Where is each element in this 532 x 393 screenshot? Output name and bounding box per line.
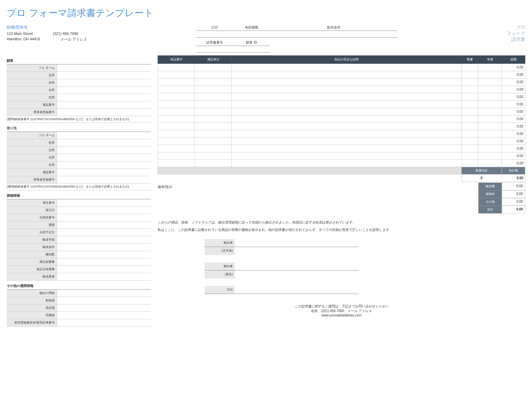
item-cell[interactable] <box>195 130 232 138</box>
item-cell[interactable] <box>232 101 462 108</box>
expiry-input[interactable] <box>233 32 270 38</box>
freight-input-9[interactable] <box>57 266 151 273</box>
custid-input[interactable] <box>233 47 270 53</box>
item-cell[interactable] <box>478 145 502 152</box>
other-input-3[interactable] <box>57 312 151 319</box>
item-cell[interactable] <box>195 64 232 71</box>
item-cell[interactable] <box>478 79 502 86</box>
customer-input-2[interactable] <box>57 79 151 86</box>
item-cell[interactable] <box>462 115 478 123</box>
item-cell[interactable] <box>462 101 478 108</box>
item-cell[interactable] <box>232 145 462 152</box>
item-cell[interactable] <box>232 79 462 86</box>
item-cell[interactable] <box>195 93 232 101</box>
freight-input-6[interactable] <box>57 244 151 251</box>
item-cell[interactable] <box>462 71 478 79</box>
item-cell[interactable] <box>232 86 462 93</box>
item-cell[interactable] <box>462 152 478 160</box>
sum-ship-val[interactable]: 0.00 <box>502 183 525 190</box>
item-cell[interactable] <box>462 130 478 138</box>
sig-date-input[interactable] <box>235 286 359 294</box>
item-cell[interactable] <box>462 93 478 101</box>
item-cell[interactable] <box>478 71 502 79</box>
sum-ins-val[interactable]: 0.00 <box>502 190 525 198</box>
item-cell[interactable] <box>158 130 195 138</box>
shipto-input-0[interactable] <box>57 132 151 139</box>
item-cell[interactable] <box>232 123 462 130</box>
item-cell[interactable] <box>158 71 195 79</box>
item-cell[interactable] <box>158 64 195 71</box>
date-input[interactable] <box>196 32 233 38</box>
shipto-input-2[interactable] <box>57 147 151 154</box>
item-cell[interactable] <box>462 64 478 71</box>
sig-print-input[interactable] <box>235 239 359 247</box>
item-cell[interactable] <box>195 79 232 86</box>
other-input-4[interactable] <box>57 319 151 326</box>
freight-input-2[interactable] <box>57 214 151 221</box>
customer-input-1[interactable] <box>57 72 151 79</box>
item-cell[interactable] <box>232 93 462 101</box>
item-cell[interactable] <box>158 145 195 152</box>
item-cell[interactable] <box>158 93 195 101</box>
item-cell[interactable] <box>232 152 462 160</box>
other-input-1[interactable] <box>57 297 151 304</box>
item-cell[interactable] <box>232 71 462 79</box>
invno-input[interactable] <box>196 47 233 53</box>
customer-input-5[interactable] <box>57 101 151 108</box>
item-cell[interactable] <box>462 79 478 86</box>
item-cell[interactable] <box>478 86 502 93</box>
item-cell[interactable] <box>478 101 502 108</box>
item-cell[interactable] <box>232 108 462 115</box>
item-cell[interactable] <box>462 108 478 115</box>
item-cell[interactable] <box>462 138 478 145</box>
customer-input-6[interactable] <box>57 109 151 116</box>
item-cell[interactable] <box>232 115 462 123</box>
item-cell[interactable] <box>158 101 195 108</box>
item-cell[interactable] <box>158 115 195 123</box>
item-cell[interactable] <box>195 101 232 108</box>
item-cell[interactable] <box>478 123 502 130</box>
shipto-input-4[interactable] <box>57 161 151 168</box>
item-cell[interactable] <box>462 86 478 93</box>
item-cell[interactable] <box>195 86 232 93</box>
item-cell[interactable] <box>158 160 195 167</box>
item-cell[interactable] <box>478 64 502 71</box>
freight-input-4[interactable] <box>57 229 151 236</box>
item-cell[interactable] <box>478 152 502 160</box>
shipto-input-1[interactable] <box>57 139 151 146</box>
other-input-0[interactable] <box>57 290 151 297</box>
item-cell[interactable] <box>478 160 502 167</box>
item-cell[interactable] <box>158 123 195 130</box>
freight-input-5[interactable] <box>57 236 151 243</box>
item-cell[interactable] <box>158 152 195 160</box>
item-cell[interactable] <box>158 86 195 93</box>
customer-input-4[interactable] <box>57 94 151 101</box>
item-cell[interactable] <box>478 138 502 145</box>
item-cell[interactable] <box>195 71 232 79</box>
item-cell[interactable] <box>195 145 232 152</box>
customer-input-3[interactable] <box>57 87 151 94</box>
item-cell[interactable] <box>478 108 502 115</box>
freight-input-0[interactable] <box>57 199 151 206</box>
item-cell[interactable] <box>232 130 462 138</box>
item-cell[interactable] <box>195 138 232 145</box>
shipto-input-6[interactable] <box>57 176 151 183</box>
item-cell[interactable] <box>232 64 462 71</box>
shipto-input-5[interactable] <box>57 169 151 176</box>
item-cell[interactable] <box>158 79 195 86</box>
item-cell[interactable] <box>195 115 232 123</box>
terms-input[interactable] <box>270 32 397 38</box>
freight-input-7[interactable] <box>57 251 151 258</box>
item-cell[interactable] <box>462 145 478 152</box>
item-cell[interactable] <box>158 138 195 145</box>
item-cell[interactable] <box>462 160 478 167</box>
sum-other-val[interactable]: 0.00 <box>502 198 525 206</box>
item-cell[interactable] <box>462 123 478 130</box>
freight-input-1[interactable] <box>57 207 151 214</box>
item-cell[interactable] <box>158 108 195 115</box>
item-cell[interactable] <box>195 108 232 115</box>
other-input-2[interactable] <box>57 304 151 311</box>
item-cell[interactable] <box>195 160 232 167</box>
item-cell[interactable] <box>195 152 232 160</box>
item-cell[interactable] <box>232 138 462 145</box>
